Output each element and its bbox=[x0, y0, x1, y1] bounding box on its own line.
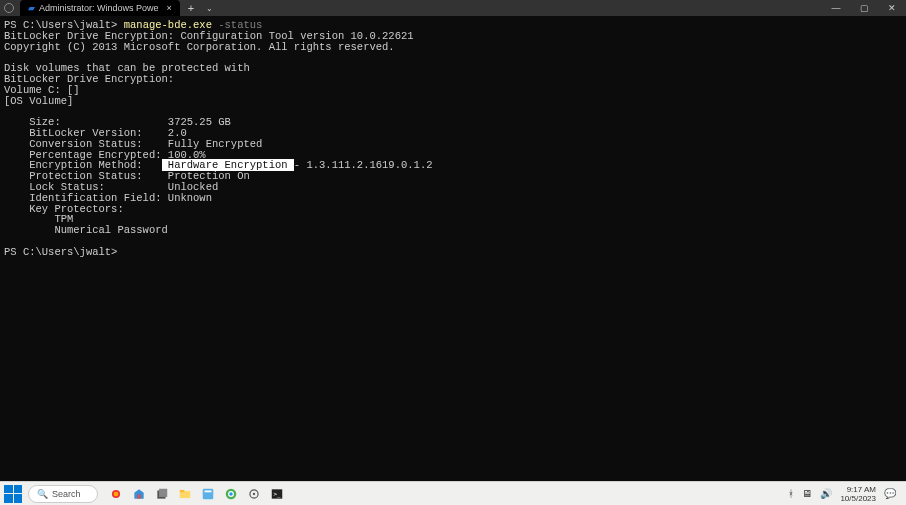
settings-icon[interactable] bbox=[246, 486, 262, 502]
field-label: Identification Field: bbox=[4, 192, 162, 204]
window-title-bar: ▰ Administrator: Windows Powe × + ⌄ ― ▢ … bbox=[0, 0, 906, 16]
notification-icon[interactable]: 💬 bbox=[884, 488, 896, 499]
taskbar-app-icon[interactable] bbox=[200, 486, 216, 502]
svg-rect-2 bbox=[137, 494, 141, 498]
new-tab-button[interactable]: + bbox=[180, 2, 202, 14]
terminal-tab[interactable]: ▰ Administrator: Windows Powe × bbox=[20, 0, 180, 16]
system-menu-icon[interactable] bbox=[4, 3, 14, 13]
close-button[interactable]: ✕ bbox=[878, 0, 906, 16]
output-line: Copyright (C) 2013 Microsoft Corporation… bbox=[4, 42, 902, 53]
taskbar-app-icon[interactable] bbox=[154, 486, 170, 502]
taskbar: 🔍 Search >_ ᚼ 🖥 🔊 9:17 AM 10/5/2023 💬 bbox=[0, 481, 906, 505]
taskbar-app-icon[interactable] bbox=[131, 486, 147, 502]
minimize-button[interactable]: ― bbox=[822, 0, 850, 16]
svg-rect-8 bbox=[205, 490, 212, 492]
taskbar-app-icon[interactable] bbox=[108, 486, 124, 502]
file-explorer-icon[interactable] bbox=[177, 486, 193, 502]
search-input[interactable]: 🔍 Search bbox=[28, 485, 98, 503]
blank-line bbox=[4, 236, 902, 247]
svg-point-11 bbox=[229, 492, 233, 496]
tab-close-icon[interactable]: × bbox=[167, 3, 172, 13]
output-line: BitLocker Drive Encryption: Configuratio… bbox=[4, 31, 902, 42]
field-label: Key Protectors: bbox=[4, 204, 902, 215]
chrome-icon[interactable] bbox=[223, 486, 239, 502]
field-value: - 1.3.111.2.1619.0.1.2 bbox=[294, 159, 433, 171]
output-line: Volume C: [] bbox=[4, 85, 902, 96]
svg-point-13 bbox=[253, 492, 255, 494]
terminal-app-icon[interactable]: >_ bbox=[269, 486, 285, 502]
svg-rect-4 bbox=[159, 488, 167, 496]
window-controls: ― ▢ ✕ bbox=[822, 0, 906, 16]
tab-title: Administrator: Windows Powe bbox=[39, 3, 159, 13]
clock[interactable]: 9:17 AM 10/5/2023 bbox=[840, 485, 876, 503]
svg-rect-7 bbox=[203, 488, 214, 499]
volume-icon[interactable]: 🔊 bbox=[820, 488, 832, 499]
output-line: [OS Volume] bbox=[4, 96, 902, 107]
title-bar-left: ▰ Administrator: Windows Powe × + ⌄ bbox=[0, 0, 217, 16]
time: 9:17 AM bbox=[840, 485, 876, 494]
taskbar-pinned-apps: >_ bbox=[108, 486, 285, 502]
key-protector: Numerical Password bbox=[4, 225, 902, 236]
powershell-icon: ▰ bbox=[28, 3, 35, 13]
search-placeholder: Search bbox=[52, 489, 81, 499]
maximize-button[interactable]: ▢ bbox=[850, 0, 878, 16]
terminal-output[interactable]: PS C:\Users\jwalt> manage-bde.exe -statu… bbox=[0, 16, 906, 481]
tab-dropdown-icon[interactable]: ⌄ bbox=[202, 4, 217, 13]
taskbar-left: 🔍 Search >_ bbox=[4, 485, 285, 503]
search-icon: 🔍 bbox=[37, 489, 48, 499]
field-value: Unknown bbox=[162, 192, 212, 204]
network-icon[interactable]: 🖥 bbox=[802, 488, 812, 499]
output-line: BitLocker Drive Encryption: bbox=[4, 74, 902, 85]
svg-text:>_: >_ bbox=[274, 490, 282, 497]
svg-rect-6 bbox=[180, 489, 185, 491]
bluetooth-icon[interactable]: ᚼ bbox=[788, 488, 794, 499]
taskbar-right: ᚼ 🖥 🔊 9:17 AM 10/5/2023 💬 bbox=[788, 485, 902, 503]
start-button[interactable] bbox=[4, 485, 22, 503]
prompt: PS C:\Users\jwalt> bbox=[4, 247, 902, 258]
svg-point-1 bbox=[114, 491, 119, 496]
date: 10/5/2023 bbox=[840, 494, 876, 503]
